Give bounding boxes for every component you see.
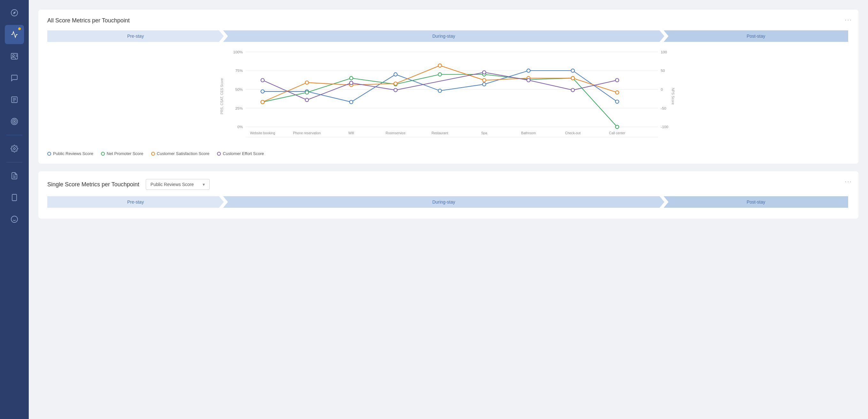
single-score-card: ··· Single Score Metrics per Touchpoint … bbox=[38, 171, 859, 219]
score-type-dropdown[interactable]: Public Reviews Score ▾ bbox=[146, 179, 210, 190]
svg-point-53 bbox=[483, 83, 486, 86]
svg-text:50: 50 bbox=[661, 68, 665, 72]
svg-text:0: 0 bbox=[661, 87, 663, 91]
sidebar-item-compass[interactable] bbox=[5, 3, 24, 22]
main-content: All Score Metrics per Touchpoint ··· Pre… bbox=[29, 0, 868, 419]
sidebar-item-list[interactable] bbox=[5, 90, 24, 109]
svg-point-73 bbox=[571, 77, 575, 80]
sidebar-item-settings[interactable] bbox=[5, 139, 24, 158]
sidebar-item-target[interactable] bbox=[5, 112, 24, 131]
svg-text:75%: 75% bbox=[235, 68, 243, 72]
svg-point-11 bbox=[12, 120, 16, 123]
svg-marker-1 bbox=[13, 11, 16, 14]
all-score-title: All Score Metrics per Touchpoint bbox=[47, 17, 849, 24]
legend-dot-csat bbox=[151, 152, 155, 156]
svg-text:0%: 0% bbox=[238, 125, 243, 129]
dropdown-value: Public Reviews Score bbox=[151, 182, 194, 187]
all-score-card: All Score Metrics per Touchpoint ··· Pre… bbox=[38, 9, 859, 163]
sidebar bbox=[0, 0, 29, 419]
svg-point-12 bbox=[14, 121, 15, 122]
legend-dot-prs bbox=[47, 152, 51, 156]
svg-point-55 bbox=[571, 69, 575, 72]
svg-point-56 bbox=[616, 100, 619, 103]
legend-prs: Public Reviews Score bbox=[47, 151, 93, 156]
svg-point-76 bbox=[305, 98, 309, 102]
sidebar-item-chat[interactable] bbox=[5, 68, 24, 88]
svg-point-52 bbox=[438, 89, 442, 93]
svg-point-54 bbox=[527, 69, 530, 72]
svg-point-61 bbox=[438, 72, 442, 76]
legend-dot-nps bbox=[101, 152, 105, 156]
svg-text:Restaurant: Restaurant bbox=[431, 131, 448, 135]
svg-point-79 bbox=[483, 71, 486, 74]
chevron-down-icon: ▾ bbox=[203, 182, 205, 187]
svg-rect-16 bbox=[12, 194, 17, 201]
phase-bar-bottom: Pre-stay During-stay Post-stay bbox=[47, 196, 849, 208]
phase-bar-top: Pre-stay During-stay Post-stay bbox=[47, 30, 849, 42]
legend-csat: Customer Satisfaction Score bbox=[151, 151, 210, 156]
svg-text:PRS, CSAT, CES Score: PRS, CSAT, CES Score bbox=[220, 78, 224, 114]
all-score-menu[interactable]: ··· bbox=[845, 16, 852, 23]
svg-point-67 bbox=[305, 81, 309, 84]
svg-text:Bathroom: Bathroom bbox=[521, 131, 536, 135]
svg-text:Wifi: Wifi bbox=[348, 131, 354, 135]
svg-point-65 bbox=[616, 125, 619, 129]
svg-point-18 bbox=[11, 216, 18, 222]
sidebar-divider bbox=[6, 135, 22, 135]
svg-point-70 bbox=[438, 64, 442, 67]
single-score-menu[interactable]: ··· bbox=[845, 178, 852, 185]
phase-duringstay-bottom: During-stay bbox=[223, 196, 664, 208]
svg-text:NPS Score: NPS Score bbox=[671, 88, 675, 105]
svg-point-77 bbox=[350, 81, 353, 85]
svg-point-58 bbox=[305, 91, 309, 94]
svg-text:50%: 50% bbox=[235, 87, 243, 91]
phase-poststay: Post-stay bbox=[664, 30, 848, 42]
sidebar-item-face[interactable] bbox=[5, 210, 24, 229]
svg-point-48 bbox=[261, 90, 264, 93]
legend-nps: Net Promoter Score bbox=[101, 151, 144, 156]
svg-point-66 bbox=[261, 100, 264, 104]
svg-point-82 bbox=[616, 79, 619, 82]
svg-point-78 bbox=[394, 88, 397, 92]
chart-legend: Public Reviews Score Net Promoter Score … bbox=[47, 151, 849, 156]
svg-text:Roomservice: Roomservice bbox=[386, 131, 406, 135]
svg-text:Website booking: Website booking bbox=[250, 131, 275, 135]
svg-text:-100: -100 bbox=[661, 125, 669, 129]
svg-point-50 bbox=[350, 100, 353, 104]
svg-point-74 bbox=[616, 91, 619, 94]
svg-point-51 bbox=[394, 72, 397, 76]
svg-point-10 bbox=[11, 118, 18, 125]
svg-text:Phone reservation: Phone reservation bbox=[293, 131, 321, 135]
sidebar-item-chart[interactable] bbox=[5, 25, 24, 44]
sidebar-divider-2 bbox=[6, 162, 22, 162]
svg-point-71 bbox=[483, 79, 486, 82]
svg-text:Spa: Spa bbox=[481, 131, 487, 135]
phase-duringstay: During-stay bbox=[223, 30, 664, 42]
phase-prestay-bottom: Pre-stay bbox=[47, 196, 224, 208]
svg-point-3 bbox=[12, 55, 14, 57]
svg-point-69 bbox=[394, 82, 397, 85]
phase-prestay: Pre-stay bbox=[47, 30, 224, 42]
svg-text:Check-out: Check-out bbox=[565, 131, 581, 135]
legend-ces: Customer Effort Score bbox=[217, 151, 264, 156]
phase-poststay-bottom: Post-stay bbox=[664, 196, 848, 208]
sidebar-item-mobile[interactable] bbox=[5, 188, 24, 207]
svg-point-59 bbox=[350, 77, 353, 80]
svg-text:100: 100 bbox=[661, 50, 667, 54]
svg-point-13 bbox=[13, 148, 16, 150]
main-chart: 100% 75% 50% 25% 0% 100 50 0 -50 -100 PR… bbox=[47, 45, 849, 147]
svg-text:100%: 100% bbox=[233, 50, 243, 54]
svg-text:-50: -50 bbox=[661, 106, 666, 110]
svg-point-75 bbox=[261, 79, 264, 82]
svg-point-81 bbox=[571, 88, 575, 92]
svg-point-80 bbox=[527, 79, 530, 82]
legend-dot-ces bbox=[217, 152, 221, 156]
sidebar-item-doc[interactable] bbox=[5, 166, 24, 185]
single-score-header: Single Score Metrics per Touchpoint Publ… bbox=[47, 179, 849, 190]
svg-text:25%: 25% bbox=[235, 106, 243, 110]
sidebar-item-profile[interactable] bbox=[5, 47, 24, 66]
svg-text:Call center: Call center bbox=[609, 131, 625, 135]
single-score-title: Single Score Metrics per Touchpoint bbox=[47, 181, 140, 188]
